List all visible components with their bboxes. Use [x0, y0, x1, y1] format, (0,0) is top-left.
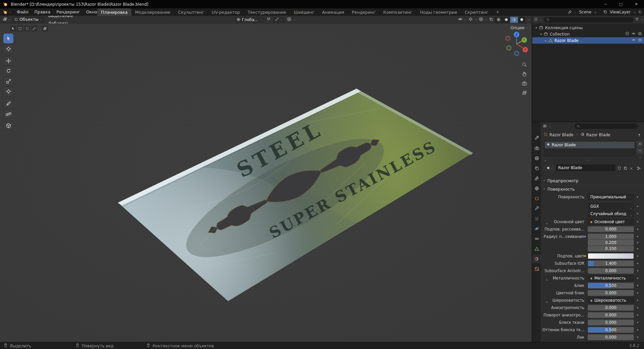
pin-icon[interactable] — [637, 132, 641, 139]
eye-icon[interactable] — [632, 32, 636, 37]
prop-field-2[interactable]: Случайный обход — [588, 211, 634, 217]
tool-add-cube-button[interactable] — [3, 121, 13, 131]
blender-menu-button[interactable] — [0, 8, 14, 16]
properties-tab-object-data[interactable] — [533, 244, 541, 253]
workspace-tab-7[interactable]: Рендеринг — [348, 8, 380, 16]
keyframe-dot[interactable] — [637, 248, 638, 249]
workspace-tab-9[interactable]: Ноды геометрии — [416, 8, 461, 16]
tool-cursor-button[interactable] — [3, 44, 13, 54]
tool-move-button[interactable] — [3, 56, 13, 66]
breadcrumb-object[interactable]: Razor Blade — [549, 133, 574, 137]
outliner-search-input[interactable] — [544, 17, 634, 22]
object-visibility-icon[interactable] — [458, 16, 463, 23]
mode-dropdown[interactable]: Объекты — [12, 16, 44, 22]
eye-icon[interactable] — [632, 38, 636, 43]
properties-tab-material[interactable] — [532, 254, 541, 263]
keyframe-dot[interactable] — [637, 337, 638, 338]
tweak-select-button[interactable] — [10, 26, 16, 32]
keyframe-dot[interactable] — [637, 285, 638, 286]
prop-field-19[interactable]: 0.000 — [588, 334, 634, 340]
tool-annotate-button[interactable] — [3, 99, 13, 108]
unlink-material-icon[interactable] — [629, 165, 633, 172]
workspace-tab-6[interactable]: Анимация — [318, 8, 348, 16]
chevron-down-icon[interactable] — [293, 16, 296, 23]
material-slot-list[interactable]: Razor Blade — [544, 141, 635, 156]
prop-field-9[interactable]: 1.400 — [588, 260, 634, 266]
gizmo-negative-y[interactable] — [507, 46, 511, 50]
show-gizmo-icon[interactable] — [468, 16, 473, 23]
material-name-field[interactable]: Razor Blade — [556, 164, 615, 171]
select-through-button[interactable] — [42, 26, 48, 32]
properties-tab-output[interactable] — [533, 154, 541, 162]
navigation-gizmo[interactable]: Z Y X — [506, 32, 528, 56]
surface-section-header[interactable]: Поверхность — [543, 186, 575, 193]
keyframe-dot[interactable] — [637, 278, 638, 279]
keyframe-dot[interactable] — [637, 329, 638, 331]
workspace-tab-8[interactable]: Композитинг — [380, 8, 417, 16]
workspace-tab-0[interactable]: Планировка — [97, 8, 131, 16]
prop-field-16[interactable]: 0.000 — [588, 312, 634, 318]
chevron-down-icon[interactable] — [485, 16, 488, 23]
browse-material-button[interactable] — [544, 164, 555, 171]
camera-icon[interactable] — [638, 32, 642, 37]
workspace-tab-1[interactable]: Моделирование — [131, 8, 174, 16]
camera-view-icon[interactable] — [521, 80, 528, 87]
workspace-tab-10[interactable]: Скриптинг — [461, 8, 492, 16]
3d-viewport[interactable]: Объекты ВидВыделениеДобавитьОбъект Глоба… — [0, 16, 532, 342]
preview-section-header[interactable]: Предпросмотр — [543, 178, 579, 184]
prop-field-3[interactable]: Основной цвет — [588, 219, 634, 225]
breadcrumb-material[interactable]: Razor Blade — [586, 133, 610, 137]
properties-editor-icon[interactable] — [543, 123, 547, 130]
menubar-item-2[interactable]: Рендеринг — [53, 8, 83, 16]
chevron-down-icon[interactable] — [539, 16, 542, 23]
properties-tab-view-layer[interactable] — [533, 164, 541, 172]
chevron-down-icon[interactable] — [464, 16, 467, 23]
editor-type-button[interactable] — [2, 16, 12, 22]
proportional-editing-icon[interactable] — [287, 16, 291, 23]
menubar-item-1[interactable]: Правка — [32, 8, 54, 16]
pan-hand-icon[interactable] — [521, 70, 528, 77]
snap-settings-dropdown[interactable] — [273, 17, 285, 23]
gizmo-negative-z[interactable] — [515, 51, 519, 56]
outliner-row-2[interactable]: ▸Razor Blade — [532, 37, 644, 44]
prop-field-1[interactable]: GGX — [588, 203, 634, 209]
outliner-row-0[interactable]: ▾Коллекция сцены — [532, 24, 644, 31]
keyframe-dot[interactable] — [637, 322, 638, 323]
tool-rotate-button[interactable] — [3, 66, 13, 76]
shading-material-preview-button[interactable] — [510, 17, 518, 23]
chevron-down-icon[interactable] — [474, 16, 477, 23]
properties-tab-scene[interactable] — [533, 174, 541, 183]
keyframe-dot[interactable] — [637, 242, 638, 243]
keyframe-dot[interactable] — [637, 196, 638, 198]
properties-tab-modifiers[interactable] — [533, 204, 541, 213]
workspace-tab-5[interactable]: Шейдинг — [290, 8, 318, 16]
chevron-down-icon[interactable] — [574, 9, 577, 15]
expand-caret[interactable]: ▾ — [534, 26, 538, 30]
lasso-select-button[interactable] — [31, 26, 37, 32]
chevron-down-icon[interactable] — [527, 16, 530, 23]
outliner-editor-icon[interactable] — [534, 16, 538, 23]
workspace-tab-3[interactable]: UV-редактор — [208, 8, 244, 16]
remove-view-layer-icon[interactable] — [633, 9, 636, 15]
workspace-tab-2[interactable]: Скульптинг — [174, 8, 208, 16]
view-layer-icon[interactable] — [603, 9, 607, 15]
keyframe-dot[interactable] — [637, 270, 638, 271]
shading-rendered-button[interactable] — [518, 17, 526, 23]
tool-transform-button[interactable] — [3, 87, 13, 96]
prop-field-15[interactable]: 0.000 — [588, 305, 634, 311]
keyframe-dot[interactable] — [637, 255, 638, 257]
keyframe-dot[interactable] — [637, 300, 638, 301]
chevron-down-icon[interactable] — [640, 16, 643, 23]
toggle-xray-icon[interactable] — [489, 16, 493, 23]
snap-toggle-icon[interactable] — [266, 16, 271, 23]
browse-scene-icon[interactable] — [568, 9, 572, 15]
menubar-item-0[interactable]: Файл — [14, 8, 32, 16]
gizmo-negative-x[interactable] — [506, 36, 510, 41]
prop-field-17[interactable]: 0.000 — [588, 319, 634, 326]
prop-field-4[interactable]: 0.000 — [588, 226, 634, 232]
prop-field-13[interactable]: 0.000 — [588, 290, 634, 296]
shading-wireframe-button[interactable] — [495, 17, 502, 23]
expand-caret[interactable]: ▸ — [544, 39, 548, 42]
properties-tab-tool[interactable] — [533, 134, 541, 142]
properties-search-input[interactable] — [574, 123, 638, 129]
